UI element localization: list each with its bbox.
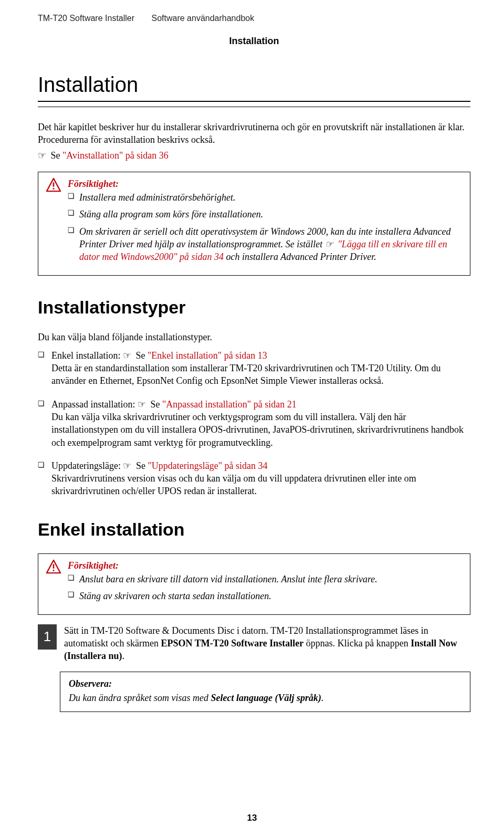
step-1: 1 Sätt in TM-T20 Software & Documents Di… [38, 624, 470, 663]
note-a: Du kan ändra språket som visas med [69, 693, 211, 703]
svg-rect-1 [53, 182, 55, 186]
pointer-icon: ☞ [123, 459, 131, 472]
step1-b: öppnas. Klicka på knappen [303, 638, 411, 648]
running-header-doc: Software användarhandbok [152, 14, 255, 23]
list-item: Om skrivaren är seriell och ditt operati… [68, 225, 461, 264]
running-header-product: TM-T20 Software Installer [38, 14, 134, 23]
caution-box-1: Försiktighet: Installera med administrat… [38, 172, 470, 276]
step-text: Sätt in TM-T20 Software & Documents Disc… [64, 624, 470, 663]
installation-types-heading: Installationstyper [38, 296, 470, 320]
type-desc: Skrivardrivrutinens version visas och du… [51, 473, 416, 496]
intro-see-prefix: Se [51, 150, 63, 161]
list-item: Uppdateringsläge: ☞ Se "Uppdateringsläge… [38, 459, 470, 498]
type-see: Se [150, 399, 162, 410]
list-item: Enkel installation: ☞ Se "Enkel installa… [38, 349, 470, 388]
warning-icon [46, 177, 61, 192]
caution-list: Anslut bara en skrivare till datorn vid … [68, 573, 461, 603]
svg-rect-5 [53, 570, 55, 571]
caution-box-2: Försiktighet: Anslut bara en skrivare ti… [38, 553, 470, 615]
intro-paragraph: Det här kapitlet beskriver hur du instal… [38, 121, 470, 147]
running-header: TM-T20 Software Installer Software använ… [38, 13, 470, 24]
types-intro: Du kan välja bland följande installation… [38, 331, 470, 343]
step1-c: . [122, 651, 125, 661]
step1-bold1: EPSON TM-T20 Software Installer [161, 638, 303, 648]
step-number-badge: 1 [38, 624, 57, 650]
caution-item3-b: och installera Advanced Printer Driver. [224, 252, 376, 262]
pointer-icon: ☞ [123, 349, 131, 362]
type-desc: Du kan välja vilka skrivardrivrutiner oc… [51, 412, 464, 448]
pointer-icon: ☞ [138, 398, 146, 411]
list-item: Anpassad installation: ☞ Se "Anpassad in… [38, 398, 470, 449]
type-label: Enkel installation: [51, 350, 123, 361]
type-link[interactable]: "Anpassad installation" på sidan 21 [162, 399, 297, 410]
type-link[interactable]: "Uppdateringsläge" på sidan 34 [148, 461, 267, 471]
chapter-rule [38, 105, 470, 107]
note-box: Observera: Du kan ändra språket som visa… [60, 672, 470, 712]
intro-see-line: ☞ Se "Avinstallation" på sidan 36 [38, 149, 470, 162]
pointer-icon: ☞ [325, 238, 333, 250]
type-label: Anpassad installation: [51, 399, 138, 410]
type-see: Se [135, 350, 148, 361]
intro-see-link[interactable]: "Avinstallation" på sidan 36 [62, 150, 169, 161]
type-desc: Detta är en standardinstallation som ins… [51, 363, 441, 386]
note-body: Du kan ändra språket som visas med Selec… [69, 692, 461, 704]
type-link[interactable]: "Enkel installation" på sidan 13 [148, 350, 267, 361]
chapter-title: Installation [38, 70, 470, 102]
type-label: Uppdateringsläge: [51, 461, 123, 471]
page-number: 13 [0, 812, 504, 824]
types-list: Enkel installation: ☞ Se "Enkel installa… [38, 349, 470, 498]
list-item: Stäng av skrivaren och starta sedan inst… [68, 590, 461, 602]
list-item: Anslut bara en skrivare till datorn vid … [68, 573, 461, 585]
svg-rect-4 [53, 564, 55, 568]
type-see: Se [136, 461, 148, 471]
caution-title: Försiktighet: [68, 559, 461, 572]
caution-list: Installera med administratörsbehörighet.… [68, 191, 461, 263]
note-b: . [321, 693, 324, 703]
easy-install-heading: Enkel installation [38, 518, 470, 542]
svg-rect-2 [53, 188, 55, 190]
pointer-icon: ☞ [38, 149, 46, 162]
note-title: Observera: [69, 677, 461, 690]
list-item: Stäng alla program som körs före install… [68, 208, 461, 221]
note-bold: Select language (Välj språk) [211, 693, 321, 703]
warning-icon [46, 559, 61, 574]
section-label: Installation [38, 35, 470, 47]
caution-title: Försiktighet: [68, 177, 461, 190]
list-item: Installera med administratörsbehörighet. [68, 191, 461, 204]
